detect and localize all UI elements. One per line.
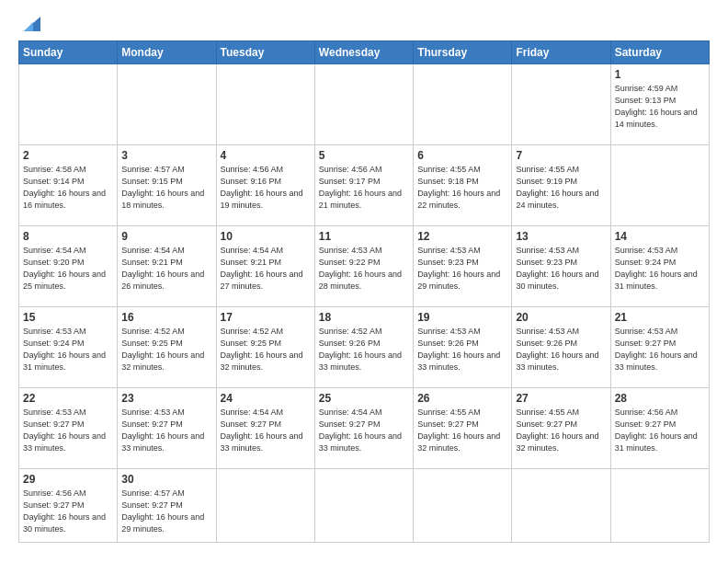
day-number: 15 [23,311,113,324]
day-number: 12 [417,230,507,243]
calendar-cell: 6Sunrise: 4:55 AMSunset: 9:18 PMDaylight… [414,145,512,226]
day-number: 30 [121,473,211,486]
calendar-cell: 3Sunrise: 4:57 AMSunset: 9:15 PMDaylight… [118,145,216,226]
day-info: Sunrise: 4:56 AMSunset: 9:27 PMDaylight:… [23,488,113,535]
calendar-cell [216,64,314,145]
day-info: Sunrise: 4:54 AMSunset: 9:21 PMDaylight:… [121,245,211,293]
col-header-wednesday: Wednesday [314,41,413,64]
col-header-thursday: Thursday [414,41,512,64]
logo [18,17,40,33]
calendar-cell: 23Sunrise: 4:53 AMSunset: 9:27 PMDayligh… [118,388,216,469]
day-info: Sunrise: 4:59 AMSunset: 9:13 PMDaylight:… [615,83,705,131]
day-number: 28 [615,392,705,405]
calendar-cell: 4Sunrise: 4:56 AMSunset: 9:16 PMDaylight… [216,145,314,226]
day-info: Sunrise: 4:52 AMSunset: 9:26 PMDaylight:… [319,326,409,373]
calendar-cell: 8Sunrise: 4:54 AMSunset: 9:20 PMDaylight… [19,226,118,307]
day-number: 14 [615,230,705,243]
calendar-week-3: 15Sunrise: 4:53 AMSunset: 9:24 PMDayligh… [19,307,710,388]
day-number: 13 [516,230,606,243]
calendar-cell [314,64,413,145]
calendar-cell: 10Sunrise: 4:54 AMSunset: 9:21 PMDayligh… [216,226,314,307]
day-number: 18 [319,311,409,324]
calendar-cell [610,145,709,226]
day-info: Sunrise: 4:53 AMSunset: 9:24 PMDaylight:… [615,245,705,293]
calendar-cell [216,469,314,543]
day-info: Sunrise: 4:54 AMSunset: 9:27 PMDaylight:… [319,407,409,454]
calendar-cell [414,64,512,145]
day-number: 26 [417,392,507,405]
day-info: Sunrise: 4:55 AMSunset: 9:18 PMDaylight:… [417,164,507,212]
day-info: Sunrise: 4:53 AMSunset: 9:27 PMDaylight:… [23,407,113,454]
calendar-cell [314,469,413,543]
calendar-cell: 24Sunrise: 4:54 AMSunset: 9:27 PMDayligh… [216,388,314,469]
day-number: 2 [23,149,113,162]
calendar-cell: 19Sunrise: 4:53 AMSunset: 9:26 PMDayligh… [414,307,512,388]
calendar-cell: 15Sunrise: 4:53 AMSunset: 9:24 PMDayligh… [19,307,118,388]
day-number: 10 [221,230,311,243]
calendar-cell: 1Sunrise: 4:59 AMSunset: 9:13 PMDaylight… [610,64,709,145]
day-number: 20 [516,311,606,324]
day-info: Sunrise: 4:55 AMSunset: 9:27 PMDaylight:… [417,407,507,454]
calendar-table: SundayMondayTuesdayWednesdayThursdayFrid… [18,40,710,543]
calendar-cell [512,469,610,543]
calendar-cell [414,469,512,543]
day-number: 4 [221,149,311,162]
calendar-cell: 26Sunrise: 4:55 AMSunset: 9:27 PMDayligh… [414,388,512,469]
col-header-saturday: Saturday [610,41,709,64]
page: SundayMondayTuesdayWednesdayThursdayFrid… [0,0,728,563]
day-info: Sunrise: 4:56 AMSunset: 9:27 PMDaylight:… [615,407,705,454]
day-number: 29 [23,473,113,486]
day-info: Sunrise: 4:54 AMSunset: 9:27 PMDaylight:… [221,407,311,454]
day-info: Sunrise: 4:56 AMSunset: 9:17 PMDaylight:… [319,164,409,212]
day-info: Sunrise: 4:54 AMSunset: 9:21 PMDaylight:… [221,245,311,293]
calendar-cell: 18Sunrise: 4:52 AMSunset: 9:26 PMDayligh… [314,307,413,388]
day-number: 8 [23,230,113,243]
calendar-cell [118,64,216,145]
calendar-cell: 16Sunrise: 4:52 AMSunset: 9:25 PMDayligh… [118,307,216,388]
calendar-cell: 27Sunrise: 4:55 AMSunset: 9:27 PMDayligh… [512,388,610,469]
calendar-cell: 20Sunrise: 4:53 AMSunset: 9:26 PMDayligh… [512,307,610,388]
calendar-cell: 22Sunrise: 4:53 AMSunset: 9:27 PMDayligh… [19,388,118,469]
day-number: 9 [121,230,211,243]
calendar-cell: 29Sunrise: 4:56 AMSunset: 9:27 PMDayligh… [19,469,118,543]
calendar-cell: 13Sunrise: 4:53 AMSunset: 9:23 PMDayligh… [512,226,610,307]
day-number: 25 [319,392,409,405]
day-number: 1 [615,68,705,81]
day-info: Sunrise: 4:53 AMSunset: 9:22 PMDaylight:… [319,245,409,293]
col-header-friday: Friday [512,41,610,64]
calendar-cell: 30Sunrise: 4:57 AMSunset: 9:27 PMDayligh… [118,469,216,543]
day-number: 7 [516,149,606,162]
calendar-cell: 7Sunrise: 4:55 AMSunset: 9:19 PMDaylight… [512,145,610,226]
day-info: Sunrise: 4:53 AMSunset: 9:27 PMDaylight:… [615,326,705,373]
header [18,17,710,33]
calendar-cell [19,64,118,145]
svg-marker-1 [24,22,33,31]
day-info: Sunrise: 4:57 AMSunset: 9:15 PMDaylight:… [121,164,211,212]
day-number: 3 [121,149,211,162]
day-info: Sunrise: 4:55 AMSunset: 9:27 PMDaylight:… [516,407,606,454]
calendar-cell: 9Sunrise: 4:54 AMSunset: 9:21 PMDaylight… [118,226,216,307]
calendar-week-4: 22Sunrise: 4:53 AMSunset: 9:27 PMDayligh… [19,388,710,469]
calendar-week-5: 29Sunrise: 4:56 AMSunset: 9:27 PMDayligh… [19,469,710,543]
calendar-cell: 25Sunrise: 4:54 AMSunset: 9:27 PMDayligh… [314,388,413,469]
col-header-sunday: Sunday [19,41,118,64]
calendar-cell: 17Sunrise: 4:52 AMSunset: 9:25 PMDayligh… [216,307,314,388]
calendar-cell [512,64,610,145]
calendar-week-1: 2Sunrise: 4:58 AMSunset: 9:14 PMDaylight… [19,145,710,226]
day-number: 21 [615,311,705,324]
day-info: Sunrise: 4:55 AMSunset: 9:19 PMDaylight:… [516,164,606,212]
calendar-cell [610,469,709,543]
calendar-cell: 21Sunrise: 4:53 AMSunset: 9:27 PMDayligh… [610,307,709,388]
day-number: 6 [417,149,507,162]
day-number: 23 [121,392,211,405]
calendar-cell: 2Sunrise: 4:58 AMSunset: 9:14 PMDaylight… [19,145,118,226]
calendar-cell: 28Sunrise: 4:56 AMSunset: 9:27 PMDayligh… [610,388,709,469]
col-header-tuesday: Tuesday [216,41,314,64]
day-info: Sunrise: 4:53 AMSunset: 9:26 PMDaylight:… [417,326,507,373]
day-info: Sunrise: 4:53 AMSunset: 9:23 PMDaylight:… [417,245,507,293]
day-number: 11 [319,230,409,243]
day-info: Sunrise: 4:52 AMSunset: 9:25 PMDaylight:… [221,326,311,373]
day-info: Sunrise: 4:53 AMSunset: 9:26 PMDaylight:… [516,326,606,373]
day-number: 24 [221,392,311,405]
calendar-cell: 12Sunrise: 4:53 AMSunset: 9:23 PMDayligh… [414,226,512,307]
